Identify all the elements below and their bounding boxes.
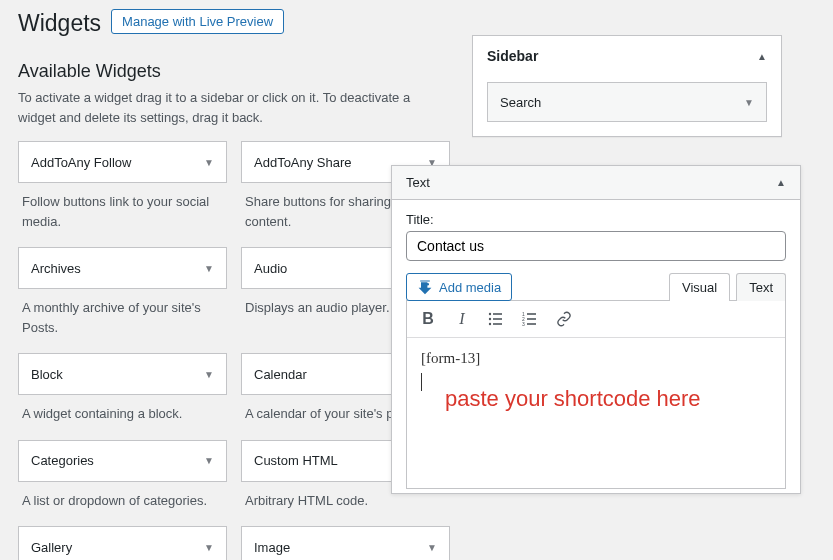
add-media-button[interactable]: Add media [406, 273, 512, 301]
chevron-down-icon: ▼ [427, 542, 437, 553]
widget-chip-header[interactable]: Categories▼ [18, 440, 227, 482]
sidebar-area-header[interactable]: Sidebar ▲ [473, 36, 781, 76]
link-icon [556, 311, 572, 327]
chevron-up-icon: ▲ [757, 51, 767, 62]
available-widget: AddToAny Follow▼Follow buttons link to y… [18, 141, 227, 233]
available-widget: Gallery▼ [18, 526, 227, 560]
sidebar-widget-label: Search [500, 95, 541, 110]
widget-chip-header[interactable]: Image▼ [241, 526, 450, 560]
editor-content[interactable]: [form-13] paste your shortcode here [407, 338, 785, 488]
svg-rect-3 [493, 318, 502, 320]
svg-rect-7 [527, 313, 536, 315]
media-icon [417, 279, 433, 295]
link-button[interactable] [549, 305, 579, 333]
widget-chip-name: Calendar [254, 367, 307, 382]
available-widgets-heading: Available Widgets [18, 61, 450, 82]
sidebar-widget-search[interactable]: Search ▼ [487, 82, 767, 122]
available-widget: Image▼ [241, 526, 450, 560]
widget-chip-name: AddToAny Follow [31, 155, 131, 170]
svg-point-0 [489, 313, 491, 315]
annotation-overlay: paste your shortcode here [445, 386, 701, 412]
widget-chip-header[interactable]: Block▼ [18, 353, 227, 395]
manage-live-preview-button[interactable]: Manage with Live Preview [111, 9, 284, 34]
svg-rect-9 [527, 318, 536, 320]
svg-text:3: 3 [522, 321, 525, 327]
chevron-down-icon: ▼ [204, 263, 214, 274]
widget-chip-header[interactable]: Gallery▼ [18, 526, 227, 560]
widget-chip-desc: A monthly archive of your site's Posts. [18, 289, 227, 339]
numbered-list-button[interactable]: 123 [515, 305, 545, 333]
editor-toolbar: B I 123 [407, 301, 785, 338]
widget-chip-desc: Follow buttons link to your social media… [18, 183, 227, 233]
widget-chip-name: Gallery [31, 540, 72, 555]
svg-rect-5 [493, 323, 502, 325]
widget-chip-name: Image [254, 540, 290, 555]
chevron-down-icon: ▼ [204, 369, 214, 380]
available-widgets-help: To activate a widget drag it to a sideba… [18, 88, 450, 127]
available-widget: Block▼A widget containing a block. [18, 353, 227, 426]
widget-chip-desc: A list or dropdown of categories. [18, 482, 227, 513]
widget-chip-name: Custom HTML [254, 453, 338, 468]
editor-text: [form-13] [421, 350, 771, 367]
svg-rect-1 [493, 313, 502, 315]
numbered-list-icon: 123 [522, 311, 538, 327]
add-media-label: Add media [439, 280, 501, 295]
widget-chip-desc: A widget containing a block. [18, 395, 227, 426]
widget-chip-name: Block [31, 367, 63, 382]
widget-chip-header[interactable]: AddToAny Follow▼ [18, 141, 227, 183]
svg-point-4 [489, 323, 491, 325]
italic-button[interactable]: I [447, 305, 477, 333]
text-widget-panel: Text ▲ Title: Add media Visual Text B I [391, 165, 801, 494]
widget-chip-name: AddToAny Share [254, 155, 352, 170]
svg-point-2 [489, 318, 491, 320]
text-widget-title: Text [406, 175, 430, 190]
chevron-up-icon: ▲ [776, 177, 786, 188]
chevron-down-icon: ▼ [204, 542, 214, 553]
widget-chip-name: Archives [31, 261, 81, 276]
bullet-list-icon [488, 311, 504, 327]
svg-rect-11 [527, 323, 536, 325]
chevron-down-icon: ▼ [204, 455, 214, 466]
bold-button[interactable]: B [413, 305, 443, 333]
title-label: Title: [406, 212, 786, 227]
page-title: Widgets [18, 6, 101, 37]
available-widget: Archives▼A monthly archive of your site'… [18, 247, 227, 339]
bullet-list-button[interactable] [481, 305, 511, 333]
tab-text[interactable]: Text [736, 273, 786, 301]
widget-chip-name: Audio [254, 261, 287, 276]
tab-visual[interactable]: Visual [669, 273, 730, 301]
widget-chip-name: Categories [31, 453, 94, 468]
sidebar-area-title: Sidebar [487, 48, 538, 64]
chevron-down-icon: ▼ [204, 157, 214, 168]
chevron-down-icon: ▼ [744, 97, 754, 108]
available-widget: Categories▼A list or dropdown of categor… [18, 440, 227, 513]
widget-chip-header[interactable]: Archives▼ [18, 247, 227, 289]
text-widget-header[interactable]: Text ▲ [392, 166, 800, 200]
title-input[interactable] [406, 231, 786, 261]
